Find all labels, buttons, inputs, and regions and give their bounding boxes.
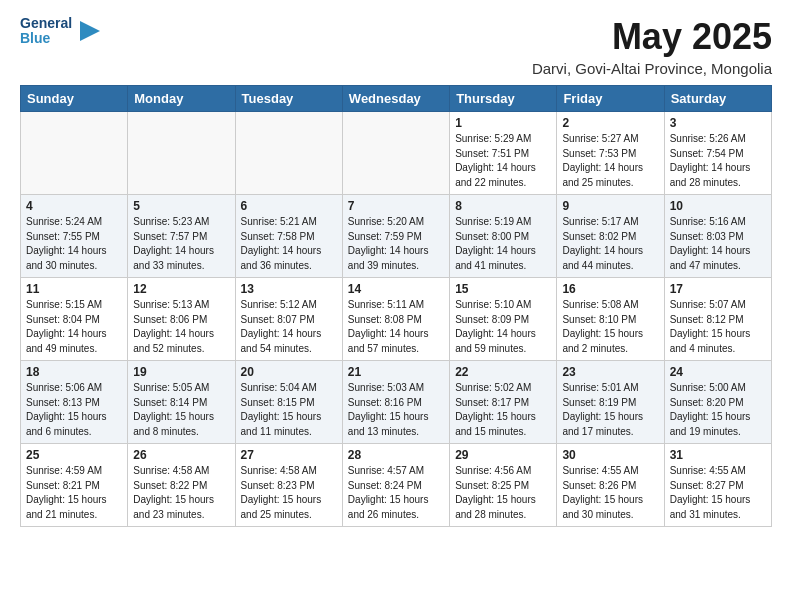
column-header-monday: Monday xyxy=(128,86,235,112)
day-number: 21 xyxy=(348,365,444,379)
day-info: Sunrise: 4:56 AM Sunset: 8:25 PM Dayligh… xyxy=(455,464,551,522)
column-header-sunday: Sunday xyxy=(21,86,128,112)
day-number: 27 xyxy=(241,448,337,462)
week-row-1: 1Sunrise: 5:29 AM Sunset: 7:51 PM Daylig… xyxy=(21,112,772,195)
day-number: 22 xyxy=(455,365,551,379)
day-number: 19 xyxy=(133,365,229,379)
calendar-cell: 27Sunrise: 4:58 AM Sunset: 8:23 PM Dayli… xyxy=(235,444,342,527)
day-info: Sunrise: 4:58 AM Sunset: 8:22 PM Dayligh… xyxy=(133,464,229,522)
day-info: Sunrise: 5:01 AM Sunset: 8:19 PM Dayligh… xyxy=(562,381,658,439)
calendar-cell xyxy=(21,112,128,195)
week-row-3: 11Sunrise: 5:15 AM Sunset: 8:04 PM Dayli… xyxy=(21,278,772,361)
day-number: 4 xyxy=(26,199,122,213)
calendar-cell xyxy=(235,112,342,195)
day-info: Sunrise: 4:58 AM Sunset: 8:23 PM Dayligh… xyxy=(241,464,337,522)
calendar-cell: 16Sunrise: 5:08 AM Sunset: 8:10 PM Dayli… xyxy=(557,278,664,361)
calendar-cell: 13Sunrise: 5:12 AM Sunset: 8:07 PM Dayli… xyxy=(235,278,342,361)
day-number: 5 xyxy=(133,199,229,213)
day-number: 18 xyxy=(26,365,122,379)
calendar-cell: 12Sunrise: 5:13 AM Sunset: 8:06 PM Dayli… xyxy=(128,278,235,361)
day-number: 26 xyxy=(133,448,229,462)
day-info: Sunrise: 5:24 AM Sunset: 7:55 PM Dayligh… xyxy=(26,215,122,273)
day-number: 3 xyxy=(670,116,766,130)
day-number: 7 xyxy=(348,199,444,213)
calendar-cell: 10Sunrise: 5:16 AM Sunset: 8:03 PM Dayli… xyxy=(664,195,771,278)
calendar-cell: 23Sunrise: 5:01 AM Sunset: 8:19 PM Dayli… xyxy=(557,361,664,444)
day-number: 28 xyxy=(348,448,444,462)
calendar-cell: 6Sunrise: 5:21 AM Sunset: 7:58 PM Daylig… xyxy=(235,195,342,278)
calendar-cell: 3Sunrise: 5:26 AM Sunset: 7:54 PM Daylig… xyxy=(664,112,771,195)
logo-blue: Blue xyxy=(20,31,72,46)
column-header-tuesday: Tuesday xyxy=(235,86,342,112)
day-info: Sunrise: 5:11 AM Sunset: 8:08 PM Dayligh… xyxy=(348,298,444,356)
calendar-cell: 5Sunrise: 5:23 AM Sunset: 7:57 PM Daylig… xyxy=(128,195,235,278)
week-row-5: 25Sunrise: 4:59 AM Sunset: 8:21 PM Dayli… xyxy=(21,444,772,527)
day-number: 2 xyxy=(562,116,658,130)
day-info: Sunrise: 5:17 AM Sunset: 8:02 PM Dayligh… xyxy=(562,215,658,273)
calendar-cell: 11Sunrise: 5:15 AM Sunset: 8:04 PM Dayli… xyxy=(21,278,128,361)
day-info: Sunrise: 5:10 AM Sunset: 8:09 PM Dayligh… xyxy=(455,298,551,356)
calendar-cell: 19Sunrise: 5:05 AM Sunset: 8:14 PM Dayli… xyxy=(128,361,235,444)
calendar-cell: 2Sunrise: 5:27 AM Sunset: 7:53 PM Daylig… xyxy=(557,112,664,195)
column-header-wednesday: Wednesday xyxy=(342,86,449,112)
calendar-cell xyxy=(342,112,449,195)
day-info: Sunrise: 4:55 AM Sunset: 8:27 PM Dayligh… xyxy=(670,464,766,522)
day-info: Sunrise: 5:13 AM Sunset: 8:06 PM Dayligh… xyxy=(133,298,229,356)
day-info: Sunrise: 5:00 AM Sunset: 8:20 PM Dayligh… xyxy=(670,381,766,439)
calendar-cell: 18Sunrise: 5:06 AM Sunset: 8:13 PM Dayli… xyxy=(21,361,128,444)
calendar-cell: 28Sunrise: 4:57 AM Sunset: 8:24 PM Dayli… xyxy=(342,444,449,527)
day-number: 9 xyxy=(562,199,658,213)
subtitle: Darvi, Govi-Altai Province, Mongolia xyxy=(532,60,772,77)
day-number: 20 xyxy=(241,365,337,379)
calendar-cell: 29Sunrise: 4:56 AM Sunset: 8:25 PM Dayli… xyxy=(450,444,557,527)
day-number: 8 xyxy=(455,199,551,213)
day-number: 15 xyxy=(455,282,551,296)
day-info: Sunrise: 4:57 AM Sunset: 8:24 PM Dayligh… xyxy=(348,464,444,522)
day-info: Sunrise: 4:55 AM Sunset: 8:26 PM Dayligh… xyxy=(562,464,658,522)
day-info: Sunrise: 5:07 AM Sunset: 8:12 PM Dayligh… xyxy=(670,298,766,356)
column-header-thursday: Thursday xyxy=(450,86,557,112)
day-info: Sunrise: 5:26 AM Sunset: 7:54 PM Dayligh… xyxy=(670,132,766,190)
calendar-cell: 30Sunrise: 4:55 AM Sunset: 8:26 PM Dayli… xyxy=(557,444,664,527)
day-info: Sunrise: 5:29 AM Sunset: 7:51 PM Dayligh… xyxy=(455,132,551,190)
calendar-header-row: SundayMondayTuesdayWednesdayThursdayFrid… xyxy=(21,86,772,112)
calendar-cell: 25Sunrise: 4:59 AM Sunset: 8:21 PM Dayli… xyxy=(21,444,128,527)
day-info: Sunrise: 5:20 AM Sunset: 7:59 PM Dayligh… xyxy=(348,215,444,273)
calendar-cell: 31Sunrise: 4:55 AM Sunset: 8:27 PM Dayli… xyxy=(664,444,771,527)
day-info: Sunrise: 5:03 AM Sunset: 8:16 PM Dayligh… xyxy=(348,381,444,439)
day-info: Sunrise: 5:27 AM Sunset: 7:53 PM Dayligh… xyxy=(562,132,658,190)
day-info: Sunrise: 5:23 AM Sunset: 7:57 PM Dayligh… xyxy=(133,215,229,273)
calendar-cell: 14Sunrise: 5:11 AM Sunset: 8:08 PM Dayli… xyxy=(342,278,449,361)
svg-marker-0 xyxy=(80,21,100,41)
title-block: May 2025 Darvi, Govi-Altai Province, Mon… xyxy=(532,16,772,77)
page: General Blue May 2025 Darvi, Govi-Altai … xyxy=(0,0,792,543)
day-number: 11 xyxy=(26,282,122,296)
day-number: 13 xyxy=(241,282,337,296)
week-row-4: 18Sunrise: 5:06 AM Sunset: 8:13 PM Dayli… xyxy=(21,361,772,444)
day-info: Sunrise: 5:04 AM Sunset: 8:15 PM Dayligh… xyxy=(241,381,337,439)
day-info: Sunrise: 5:19 AM Sunset: 8:00 PM Dayligh… xyxy=(455,215,551,273)
day-info: Sunrise: 5:16 AM Sunset: 8:03 PM Dayligh… xyxy=(670,215,766,273)
day-number: 16 xyxy=(562,282,658,296)
day-number: 14 xyxy=(348,282,444,296)
day-info: Sunrise: 5:12 AM Sunset: 8:07 PM Dayligh… xyxy=(241,298,337,356)
calendar-cell: 1Sunrise: 5:29 AM Sunset: 7:51 PM Daylig… xyxy=(450,112,557,195)
logo-arrow-icon xyxy=(80,21,100,41)
day-info: Sunrise: 5:21 AM Sunset: 7:58 PM Dayligh… xyxy=(241,215,337,273)
day-info: Sunrise: 5:02 AM Sunset: 8:17 PM Dayligh… xyxy=(455,381,551,439)
calendar-cell: 7Sunrise: 5:20 AM Sunset: 7:59 PM Daylig… xyxy=(342,195,449,278)
day-number: 10 xyxy=(670,199,766,213)
calendar-table: SundayMondayTuesdayWednesdayThursdayFrid… xyxy=(20,85,772,527)
calendar-cell: 9Sunrise: 5:17 AM Sunset: 8:02 PM Daylig… xyxy=(557,195,664,278)
main-title: May 2025 xyxy=(532,16,772,58)
day-number: 17 xyxy=(670,282,766,296)
calendar-cell: 15Sunrise: 5:10 AM Sunset: 8:09 PM Dayli… xyxy=(450,278,557,361)
day-number: 29 xyxy=(455,448,551,462)
day-info: Sunrise: 5:06 AM Sunset: 8:13 PM Dayligh… xyxy=(26,381,122,439)
calendar-cell xyxy=(128,112,235,195)
header: General Blue May 2025 Darvi, Govi-Altai … xyxy=(20,16,772,77)
calendar-cell: 22Sunrise: 5:02 AM Sunset: 8:17 PM Dayli… xyxy=(450,361,557,444)
column-header-friday: Friday xyxy=(557,86,664,112)
calendar-cell: 8Sunrise: 5:19 AM Sunset: 8:00 PM Daylig… xyxy=(450,195,557,278)
day-info: Sunrise: 5:05 AM Sunset: 8:14 PM Dayligh… xyxy=(133,381,229,439)
